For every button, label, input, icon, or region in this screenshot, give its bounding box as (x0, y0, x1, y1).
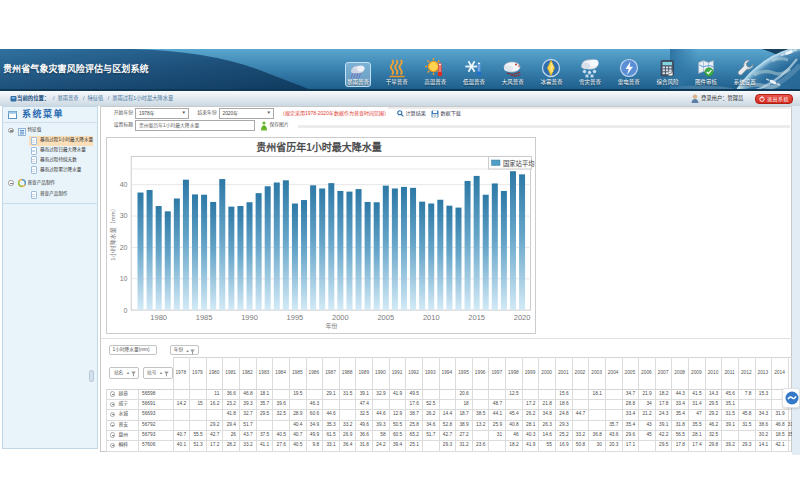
svg-text:贵州省历年1小时最大降水量: 贵州省历年1小时最大降水量 (256, 140, 382, 152)
svg-text:1995: 1995 (287, 312, 304, 321)
svg-text:2015: 2015 (468, 312, 485, 321)
svg-text:2010: 2010 (423, 312, 440, 321)
svg-text:国家站平均: 国家站平均 (503, 158, 534, 167)
svg-text:2000: 2000 (332, 312, 349, 321)
svg-text:10: 10 (120, 275, 128, 282)
svg-text:2005: 2005 (377, 312, 394, 321)
svg-text:40: 40 (120, 181, 128, 188)
svg-text:1985: 1985 (196, 312, 213, 321)
svg-text:20: 20 (120, 243, 128, 250)
svg-text:1980: 1980 (150, 312, 167, 321)
svg-text:0: 0 (124, 306, 128, 313)
svg-text:年份: 年份 (325, 322, 337, 330)
svg-text:2020: 2020 (514, 312, 531, 321)
svg-text:30: 30 (120, 212, 128, 219)
svg-text:1990: 1990 (241, 312, 258, 321)
svg-text:1小时降水量（mm）: 1小时降水量（mm） (109, 205, 117, 260)
